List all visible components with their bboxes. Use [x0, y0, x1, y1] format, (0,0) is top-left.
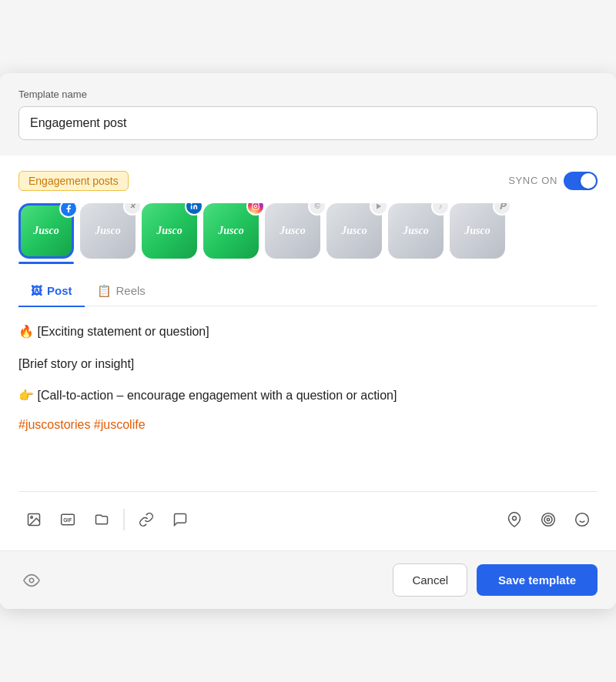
gif-button[interactable]: GIF — [52, 504, 83, 535]
location-button[interactable] — [499, 504, 530, 535]
category-sync-row: Engagement posts SYNC ON — [18, 171, 598, 191]
toolbar-divider-1 — [123, 509, 125, 530]
preview-button[interactable] — [18, 567, 45, 593]
copyright-badge: © — [308, 203, 326, 216]
category-badge[interactable]: Engagement posts — [18, 171, 129, 191]
modal-container: Template name Engagement posts SYNC ON J… — [0, 73, 616, 610]
svg-point-15 — [576, 513, 589, 527]
sync-row: SYNC ON — [508, 172, 598, 190]
toolbar-right — [499, 504, 598, 535]
platform-card-facebook[interactable]: Jusco — [18, 203, 74, 259]
svg-marker-3 — [377, 203, 381, 209]
svg-point-12 — [542, 513, 555, 527]
footer-left — [18, 567, 45, 593]
tiktok-badge: ♪ — [431, 203, 450, 216]
platform-underline-facebook — [18, 262, 74, 264]
toolbar-row: GIF — [18, 504, 598, 535]
target-button[interactable] — [533, 504, 564, 535]
instagram-badge — [246, 203, 265, 216]
sync-toggle[interactable] — [564, 172, 598, 190]
platform-item-facebook: Jusco — [18, 203, 74, 264]
svg-rect-1 — [253, 203, 259, 209]
image-button[interactable] — [18, 504, 49, 535]
platform-card-copyright[interactable]: Jusco © — [265, 203, 320, 259]
platform-text-facebook: Jusco — [33, 225, 59, 237]
template-name-label: Template name — [18, 89, 598, 100]
platform-item-video: Jusco — [326, 203, 382, 264]
linkedin-badge — [185, 203, 203, 216]
toolbar-section: GIF — [18, 491, 598, 535]
tab-reels-label: Reels — [116, 284, 146, 297]
platform-item-copyright: Jusco © — [265, 203, 320, 264]
reels-icon: 📋 — [97, 284, 112, 298]
platform-text-pinterest: Jusco — [464, 225, 490, 237]
svg-point-14 — [547, 519, 549, 521]
tabs-row: 🖼 Post 📋 Reels — [18, 276, 598, 307]
post-hashtags: #juscostories #juscolife — [18, 418, 598, 432]
template-name-input[interactable] — [18, 106, 598, 140]
emoji-button[interactable] — [567, 504, 598, 535]
link-button[interactable] — [131, 504, 162, 535]
platform-item-pinterest: Jusco 𝗣 — [450, 203, 505, 264]
post-line-1: 🔥 [Exciting statement or question] — [18, 322, 598, 342]
platform-text-copyright: Jusco — [280, 225, 305, 237]
toggle-knob — [581, 173, 596, 189]
platform-text-linkedin: Jusco — [156, 225, 182, 237]
svg-text:GIF: GIF — [63, 518, 72, 523]
pinterest-badge: 𝗣 — [493, 203, 511, 216]
post-line-3: 👉 [Call-to-action – encourage engagement… — [18, 386, 598, 406]
svg-point-18 — [29, 578, 34, 583]
platforms-row: Jusco Jusco ✕ Jusco — [18, 203, 598, 264]
svg-point-0 — [191, 203, 192, 205]
twitter-badge: ✕ — [123, 203, 142, 216]
platform-item-tiktok: Jusco ♪ — [388, 203, 444, 264]
platform-text-video: Jusco — [341, 225, 367, 237]
video-badge — [370, 203, 388, 216]
platform-text-instagram: Jusco — [218, 225, 243, 237]
post-line-2: [Brief story or insight] — [18, 354, 598, 374]
save-template-button[interactable]: Save template — [477, 564, 598, 596]
post-icon: 🖼 — [31, 284, 42, 297]
tab-post-label: Post — [47, 284, 72, 297]
svg-point-5 — [31, 517, 33, 519]
platform-card-pinterest[interactable]: Jusco 𝗣 — [450, 203, 505, 259]
tab-reels[interactable]: 📋 Reels — [85, 276, 158, 307]
platform-text-tiktok: Jusco — [403, 225, 428, 237]
cancel-button[interactable]: Cancel — [393, 563, 467, 597]
platform-item-linkedin: Jusco — [142, 203, 197, 264]
platform-card-video[interactable]: Jusco — [326, 203, 382, 259]
svg-point-13 — [544, 516, 552, 523]
tab-post[interactable]: 🖼 Post — [18, 276, 85, 307]
post-content-area[interactable]: 🔥 [Exciting statement or question] [Brie… — [18, 322, 598, 491]
platform-item-twitter: Jusco ✕ — [80, 203, 136, 264]
platform-card-linkedin[interactable]: Jusco — [142, 203, 197, 259]
platform-item-instagram: Jusco — [203, 203, 259, 264]
footer-section: Cancel Save template — [0, 550, 616, 609]
template-name-section: Template name — [0, 73, 616, 155]
platform-text-twitter: Jusco — [95, 225, 120, 237]
platform-card-twitter[interactable]: Jusco ✕ — [80, 203, 136, 259]
facebook-badge — [59, 203, 78, 218]
platform-card-tiktok[interactable]: Jusco ♪ — [388, 203, 444, 259]
toolbar-left: GIF — [18, 504, 196, 535]
main-content: Engagement posts SYNC ON Jusco — [0, 155, 616, 551]
album-button[interactable] — [86, 504, 117, 535]
sync-label: SYNC ON — [508, 175, 557, 186]
platform-card-instagram[interactable]: Jusco — [203, 203, 259, 259]
svg-point-11 — [513, 517, 517, 520]
mention-button[interactable] — [165, 504, 196, 535]
